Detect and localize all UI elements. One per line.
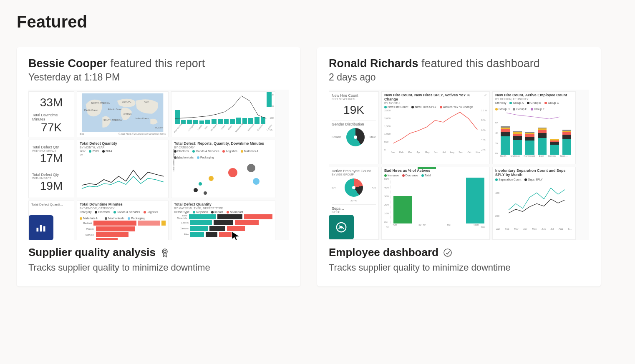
svg-line-17 bbox=[339, 226, 341, 227]
card-header-line: Ronald Richards featured this dashboard bbox=[329, 57, 589, 70]
separation-line-tile: Involuntary Separation Count and Seps SP… bbox=[492, 167, 576, 240]
featured-card-report[interactable]: Bessie Cooper featured this report Yeste… bbox=[17, 47, 300, 286]
check-circle-icon bbox=[443, 248, 453, 258]
kpi-label: Total Downtime Minutes bbox=[32, 113, 71, 121]
svg-rect-12 bbox=[43, 226, 45, 232]
featured-action: featured this dashboard bbox=[421, 57, 540, 70]
svg-point-13 bbox=[162, 249, 167, 254]
kpi-value: 33M bbox=[32, 96, 71, 109]
card-description: Tracks supplier quality to minimize down… bbox=[28, 261, 289, 274]
report-preview: 33M Total Downtime Minutes 77K bbox=[28, 90, 289, 240]
cursor-icon bbox=[230, 231, 242, 240]
svg-text:Indian Ocean: Indian Ocean bbox=[136, 117, 149, 120]
featured-by-person: Bessie Cooper bbox=[28, 57, 107, 70]
gauge-icon bbox=[329, 215, 354, 240]
kpi-value-2: 77K bbox=[32, 121, 71, 134]
downtime-hbar-tile: Total Downtime Minutes BY VENDOR, CATEGO… bbox=[77, 201, 169, 240]
maximize-icon: ⤢ bbox=[484, 93, 487, 97]
featured-action: featured this report bbox=[111, 57, 205, 70]
badhires-tile: Bad Hires as % of Actives Increase Decre… bbox=[381, 167, 490, 240]
kpi-tile-defectqty: Total Defect Qty WITH NO IMPACT 17M Tota… bbox=[28, 140, 74, 198]
region-stackbar-tile: New Hire Count, Active Employee Count BY… bbox=[492, 91, 576, 164]
card-description: Tracks supplier quality to minimize down… bbox=[329, 261, 589, 274]
svg-text:AFRICA: AFRICA bbox=[123, 113, 132, 115]
svg-text:SOUTH AMERICA: SOUTH AMERICA bbox=[103, 119, 122, 121]
featured-time: Yesterday at 1:18 PM bbox=[28, 72, 289, 83]
svg-point-18 bbox=[444, 249, 451, 256]
svg-text:Pacific Ocean: Pacific Ocean bbox=[84, 109, 98, 111]
featured-card-dashboard[interactable]: Ronald Richards featured this dashboard … bbox=[317, 47, 601, 286]
svg-rect-11 bbox=[40, 225, 42, 231]
defect-stackbar-tile: Total Defect Quantity BY MATERIAL TYPE, … bbox=[171, 201, 275, 240]
kpi-active-emp-tile: Active Employee Count BY AGE GROUP 50+ <… bbox=[329, 167, 379, 240]
card-title: Employee dashboard bbox=[329, 246, 438, 259]
dashboard-preview: New Hire Count FOR NEW HIRES 19K Gender … bbox=[329, 90, 589, 240]
ribbon-icon bbox=[160, 248, 170, 258]
svg-text:EUROPE: EUROPE bbox=[122, 100, 131, 103]
bar-chart-icon bbox=[28, 215, 53, 240]
section-title: Featured bbox=[17, 13, 618, 31]
kpi-tile-badge: Total Defect Quanti… bbox=[28, 201, 74, 240]
svg-text:AUSTR: AUSTR bbox=[155, 126, 163, 129]
scatter-tile: Total Defect: Reports, Quantity, Downtim… bbox=[171, 140, 275, 198]
kpi-tile-downtime: 33M Total Downtime Minutes 77K bbox=[28, 91, 74, 137]
svg-rect-10 bbox=[37, 228, 39, 231]
world-map-icon: NORTH AMERICA EUROPE ASIA SOUTH AMERICA … bbox=[80, 93, 166, 132]
svg-text:NORTH AMERICA: NORTH AMERICA bbox=[91, 102, 110, 104]
card-title: Supplier quality analysis bbox=[28, 246, 156, 259]
svg-point-14 bbox=[164, 250, 166, 253]
kpi-newhire-tile: New Hire Count FOR NEW HIRES 19K Gender … bbox=[329, 91, 379, 164]
featured-time: 2 days ago bbox=[329, 72, 589, 83]
defect-bar-chart-tile: 30K 20K 10K 0K Raw MaterialsCorrugateLab… bbox=[171, 91, 275, 137]
featured-cards-row: Bessie Cooper featured this report Yeste… bbox=[17, 47, 618, 286]
featured-by-person: Ronald Richards bbox=[329, 57, 418, 70]
newhire-combo-tile: New Hire Count, New Hires SPLY, Actives … bbox=[381, 91, 490, 164]
map-tile: NORTH AMERICA EUROPE ASIA SOUTH AMERICA … bbox=[77, 91, 169, 137]
svg-text:Atlantic Ocean: Atlantic Ocean bbox=[108, 108, 123, 110]
defect-line-chart-tile: Total Defect Quantity BY MONTH, YEAR Yea… bbox=[77, 140, 169, 198]
svg-text:ASIA: ASIA bbox=[144, 100, 149, 103]
card-header-line: Bessie Cooper featured this report bbox=[28, 57, 289, 70]
